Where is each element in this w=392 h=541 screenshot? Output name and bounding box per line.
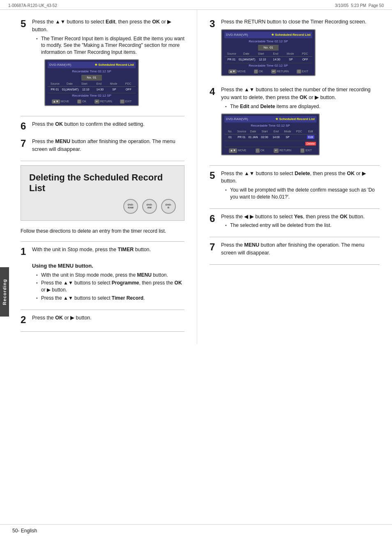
- right-step3-text: Press the RETURN button to close the Tim…: [221, 18, 380, 26]
- right-step3-content: Press the RETURN button to close the Tim…: [221, 18, 380, 79]
- page-footer: 50- English: [0, 524, 392, 537]
- left-new-step2-num: 2: [21, 314, 32, 325]
- right-step7: 7 Press the MENU button after finishing …: [210, 241, 380, 258]
- disc-icons: DVD-RAM DVD-RW DVD-R: [29, 199, 176, 214]
- left-step7: 7 Press the MENU button after finishing …: [21, 138, 184, 154]
- right-step7-text: Press the MENU button after finishing th…: [221, 241, 380, 257]
- right-step5-content: Press the ▲▼ buttons to select Delete, t…: [221, 170, 380, 202]
- right-step7-content: Press the MENU button after finishing th…: [221, 241, 380, 258]
- left-step5-content: Press the ▲▼ buttons to select Edit, the…: [32, 18, 184, 109]
- right-step6-bullet1: The selected entry will be deleted from …: [225, 222, 380, 229]
- left-step6-content: Press the OK button to confirm the edite…: [32, 120, 184, 129]
- using-menu-bullets: With the unit in Stop mode mode, press t…: [32, 272, 184, 302]
- menu-bullet2: Press the ▲▼ buttons to select Programme…: [36, 280, 184, 294]
- left-step5-num: 5: [21, 18, 32, 29]
- side-tab-recording: Recording: [0, 267, 9, 317]
- section-title-box: Deleting the Scheduled Record List DVD-R…: [21, 165, 184, 221]
- right-divider1: [210, 165, 380, 166]
- left-step6-num: 6: [21, 120, 32, 131]
- menu-bullet3: Press the ▲▼ buttons to select Timer Rec…: [36, 295, 184, 302]
- right-step4: 4 Press the ▲▼ buttons to select the num…: [210, 86, 380, 158]
- right-step3-num: 3: [210, 18, 221, 29]
- divider1: [21, 116, 184, 116]
- left-step7-num: 7: [21, 138, 32, 148]
- right-step6: 6 Press the ◀ ▶ buttons to select Yes, t…: [210, 213, 380, 231]
- right-divider4: [210, 264, 380, 265]
- right-step5-bullets: You will be prompted with the delete con…: [221, 187, 380, 201]
- divider5: [21, 331, 184, 332]
- disc-dvd-r: DVD-R: [161, 199, 176, 214]
- left-new-step1-text: With the unit in Stop mode, press the TI…: [32, 246, 184, 254]
- page-header: 1-00687A-R120-UK_43-52 3/10/05 5:23 PM P…: [0, 0, 392, 10]
- right-step5-text: Press the ▲▼ buttons to select Delete, t…: [221, 170, 380, 185]
- right-column: 3 Press the RETURN button to close the T…: [197, 10, 392, 344]
- screen-step3-right: DVD-RAM(VR) ★ Scheduled Record List Reco…: [221, 29, 316, 76]
- menu-bullet1: With the unit in Stop mode mode, press t…: [36, 272, 184, 279]
- right-step3: 3 Press the RETURN button to close the T…: [210, 18, 380, 79]
- header-datetime: 3/10/05 5:23 PM Page 50: [335, 3, 384, 8]
- right-step5-num: 5: [210, 170, 221, 180]
- left-new-step2-content: Press the OK or ▶ button.: [32, 314, 184, 323]
- right-step4-bullets: The Edit and Delete items are displayed.: [221, 103, 380, 110]
- right-step4-content: Press the ▲▼ buttons to select the numbe…: [221, 86, 380, 158]
- follow-text: Follow these directions to delete an ent…: [21, 227, 184, 235]
- left-step5-bullet1: The Timer Record Input item is displayed…: [36, 35, 184, 56]
- left-step7-content: Press the MENU button after finishing th…: [32, 138, 184, 154]
- divider4: [21, 310, 184, 310]
- left-step5-text: Press the ▲▼ buttons to select Edit, the…: [32, 18, 184, 34]
- left-new-step1: 1 With the unit in Stop mode, press the …: [21, 246, 184, 303]
- left-step5: 5 Press the ▲▼ buttons to select Edit, t…: [21, 18, 184, 109]
- right-divider2: [210, 208, 380, 209]
- using-menu-title: Using the MENU button.: [32, 262, 184, 270]
- right-step4-num: 4: [210, 86, 221, 97]
- left-new-step1-num: 1: [21, 246, 32, 257]
- screen-step5-left: DVD-RAM(VR) ★ Scheduled Record List Reco…: [44, 59, 139, 106]
- left-step6: 6 Press the OK button to confirm the edi…: [21, 120, 184, 131]
- right-step6-content: Press the ◀ ▶ buttons to select Yes, the…: [221, 213, 380, 231]
- divider3: [21, 241, 184, 242]
- left-column: 5 Press the ▲▼ buttons to select Edit, t…: [0, 10, 197, 344]
- divider2: [21, 161, 184, 161]
- left-new-step2: 2 Press the OK or ▶ button.: [21, 314, 184, 325]
- header-filename: 1-00687A-R120-UK_43-52: [8, 3, 57, 8]
- section-title: Deleting the Scheduled Record List: [29, 172, 176, 194]
- screen-step4-right: DVD-RAM(VR) ★ Scheduled Record List Reco…: [221, 113, 320, 155]
- disc-dvd-rw: DVD-RW: [142, 199, 157, 214]
- left-step6-text: Press the OK button to confirm the edite…: [32, 120, 184, 128]
- right-step6-text: Press the ◀ ▶ buttons to select Yes, the…: [221, 213, 380, 221]
- screen-header: DVD-RAM(VR) ★ Scheduled Record List: [48, 62, 136, 68]
- left-new-step1-content: With the unit in Stop mode, press the TI…: [32, 246, 184, 303]
- disc-dvd-ram: DVD-RAM: [123, 199, 138, 214]
- right-step5-bullet1: You will be prompted with the delete con…: [225, 187, 380, 201]
- right-step6-bullets: The selected entry will be deleted from …: [221, 222, 380, 229]
- right-step4-text: Press the ▲▼ buttons to select the numbe…: [221, 86, 380, 102]
- left-step7-text: Press the MENU button after finishing th…: [32, 138, 184, 153]
- left-new-step2-text: Press the OK or ▶ button.: [32, 314, 184, 322]
- right-step5: 5 Press the ▲▼ buttons to select Delete,…: [210, 170, 380, 202]
- main-layout: 5 Press the ▲▼ buttons to select Edit, t…: [0, 10, 392, 344]
- left-step5-bullets: The Timer Record Input item is displayed…: [32, 35, 184, 56]
- right-step4-bullet1: The Edit and Delete items are displayed.: [225, 103, 380, 110]
- page-number: 50- English: [12, 528, 37, 534]
- right-step7-num: 7: [210, 241, 221, 252]
- right-step6-num: 6: [210, 213, 221, 224]
- right-divider3: [210, 237, 380, 237]
